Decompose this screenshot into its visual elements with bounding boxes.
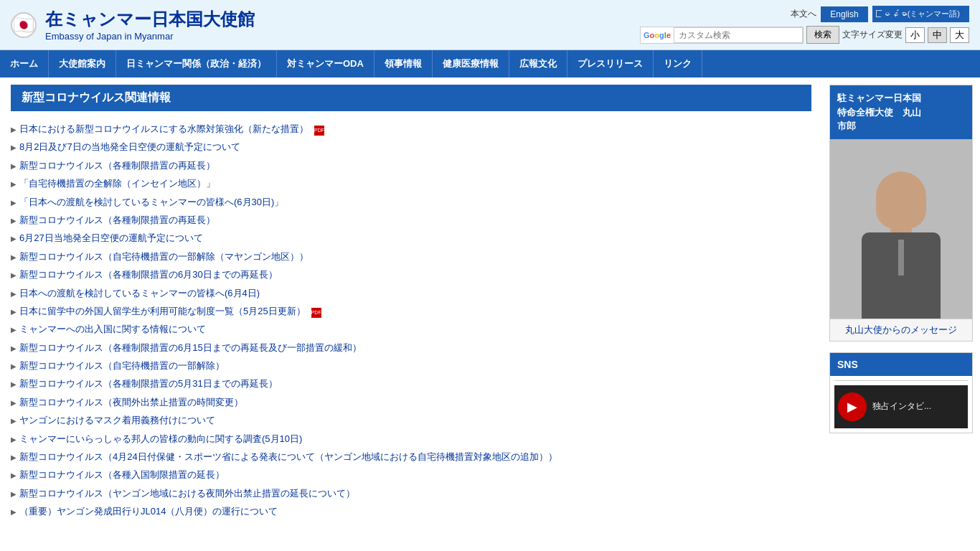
news-text: 新型コロナウイルス（4月24日付保健・スポーツ省による発表について（ヤンゴン地域… [19, 448, 557, 465]
news-text: 新型コロナウイルス（ヤンゴン地域における夜間外出禁止措置の延長について） [19, 485, 355, 501]
news-link[interactable]: 新型コロナウイルス（各種制限措置の再延長） [19, 157, 215, 174]
sns-section: SNS ▶ 独占インタビ... [829, 352, 973, 433]
search-fontsize-area: Google 検索 文字サイズ変更 小 中 大 [640, 26, 969, 44]
nav-bar: ホーム大使館案内日ミャンマー関係（政治・経済）対ミャンマーODA領事情報健康医療… [0, 50, 980, 77]
font-medium-button[interactable]: 中 [928, 27, 947, 43]
news-list: 日本における新型コロナウイルスにする水際対策強化（新たな措置）PDF8月2日及び… [11, 120, 811, 521]
news-text: ミャンマーにいらっしゃる邦人の皆様の動向に関する調査(5月10日) [19, 430, 302, 447]
news-text: 新型コロナウイルス（各種制限措置の6月15日までの再延長及び一部措置の緩和） [19, 339, 362, 356]
interview-text: 独占インタビ... [872, 400, 931, 413]
list-item: 日本への渡航を検討しているミャンマーの皆様へ(6月4日) [11, 284, 811, 302]
interview-icon: ▶ [838, 392, 867, 421]
search-input[interactable] [674, 27, 803, 43]
news-text: 新型コロナウイルス（各種制限措置の5月31日までの再延長） [19, 375, 278, 392]
honbun-label: 本文へ [791, 8, 816, 20]
news-link[interactable]: 6月27日当地発全日空便の運航予定について [19, 230, 203, 246]
interview-banner[interactable]: ▶ 独占インタビ... [834, 385, 968, 428]
top-bar: 🇯🇵 在ミャンマー日本国大使館 Embassy of Japan in Myan… [0, 0, 980, 50]
list-item: 「日本への渡航を検討しているミャンマーの皆様へ(6月30日)」 [11, 193, 811, 211]
list-item: 新型コロナウイルス（自宅待機措置の一部解除） [11, 357, 811, 375]
nav-item[interactable]: 大使館案内 [49, 50, 116, 77]
myanmar-button[interactable]: မြန်မာ(ミャンマー語) [872, 6, 969, 22]
content-area: 新型コロナウイルス関連情報 日本における新型コロナウイルスにする水際対策強化（新… [0, 77, 822, 528]
ambassador-link[interactable]: 丸山大使からのメッセージ [830, 319, 972, 341]
search-wrapper: Google [640, 27, 804, 44]
news-link[interactable]: 「日本への渡航を検討しているミャンマーの皆様へ(6月30日)」 [19, 194, 283, 210]
pdf-icon: PDF [314, 126, 324, 136]
font-size-label: 文字サイズ変更 [842, 29, 903, 41]
search-button[interactable]: 検索 [806, 26, 839, 44]
list-item: 新型コロナウイルス（自宅待機措置の一部解除（マヤンゴン地区）） [11, 248, 811, 265]
news-text: 新型コロナウイルス（各種入国制限措置の延長） [19, 466, 225, 483]
list-item: 新型コロナウイルス（夜間外出禁止措置の時間変更） [11, 393, 811, 411]
list-item: 新型コロナウイルス（4月24日付保健・スポーツ省による発表について（ヤンゴン地域… [11, 448, 811, 466]
nav-item[interactable]: 領事情報 [374, 50, 433, 77]
news-link[interactable]: 日本への渡航を検討しているミャンマーの皆様へ(6月4日) [19, 285, 260, 301]
font-size-area: 文字サイズ変更 小 中 大 [842, 27, 969, 43]
main-layout: 新型コロナウイルス関連情報 日本における新型コロナウイルスにする水際対策強化（新… [0, 77, 980, 528]
nav-item[interactable]: ホーム [0, 50, 49, 77]
nav-item[interactable]: 広報文化 [509, 50, 567, 77]
list-item: 新型コロナウイルス（ヤンゴン地域における夜間外出禁止措置の延長について） [11, 484, 811, 502]
sidebar: 駐ミャンマー日本国特命全権大使 丸山市郎 丸山大使からのメッセージ SNS [822, 77, 980, 528]
font-small-button[interactable]: 小 [905, 27, 925, 43]
news-text: 新型コロナウイルス（自宅待機措置の一部解除） [19, 357, 225, 374]
news-text: ヤンゴンにおけるマスク着用義務付けについて [19, 412, 215, 428]
site-title-jp: 在ミャンマー日本国大使館 [45, 8, 255, 31]
sns-content: ▶ 独占インタビ... [830, 376, 972, 433]
list-item: ミャンマーへの出入国に関する情報について [11, 320, 811, 338]
news-text: 新型コロナウイルス（自宅待機措置の一部解除（マヤンゴン地区）） [19, 248, 308, 265]
site-title-en: Embassy of Japan in Myanmar [45, 31, 255, 42]
list-item: 新型コロナウイルス（各種制限措置の6月30日までの再延長） [11, 265, 811, 283]
ambassador-title-text: 駐ミャンマー日本国特命全権大使 丸山市郎 [837, 93, 921, 131]
english-button[interactable]: English [821, 6, 867, 22]
flag-icon: 🇯🇵 [11, 12, 37, 38]
logo-area: 🇯🇵 在ミャンマー日本国大使館 Embassy of Japan in Myan… [11, 8, 255, 42]
list-item: 新型コロナウイルス（各種制限措置の再延長） [11, 156, 811, 174]
news-link[interactable]: 「自宅待機措置の全解除（インセイン地区）」 [19, 175, 215, 192]
news-text: ミャンマーへの出入国に関する情報について [19, 321, 206, 337]
nav-item[interactable]: リンク [654, 50, 702, 77]
news-text: 新型コロナウイルス（各種制限措置の再延長） [19, 212, 215, 228]
sns-header: SNS [830, 353, 972, 376]
news-link[interactable]: 日本における新型コロナウイルスにする水際対策強化（新たな措置） [19, 121, 308, 137]
google-logo: Google [641, 31, 674, 39]
list-item: 6月27日当地発全日空便の運航予定について [11, 229, 811, 247]
list-item: 新型コロナウイルス（各種入国制限措置の延長） [11, 466, 811, 484]
list-item: 新型コロナウイルス（各種制限措置の再延長） [11, 211, 811, 229]
ambassador-header: 駐ミャンマー日本国特命全権大使 丸山市郎 [830, 85, 972, 139]
lang-search-area: 本文へ English မြန်မာ(ミャンマー語) [791, 6, 969, 22]
news-link[interactable]: 8月2日及び7日の当地発全日空便の運航予定について [19, 138, 240, 155]
news-text: 新型コロナウイルス（各種制限措置の6月30日までの再延長） [19, 266, 278, 283]
pdf-icon: PDF [311, 308, 321, 318]
list-item: 新型コロナウイルス（各種制限措置の5月31日までの再延長） [11, 375, 811, 392]
font-large-button[interactable]: 大 [950, 27, 969, 43]
ambassador-section: 駐ミャンマー日本国特命全権大使 丸山市郎 丸山大使からのメッセージ [829, 85, 973, 342]
news-link[interactable]: 日本に留学中の外国人留学生が利用可能な制度一覧（5月25日更新） [19, 303, 306, 319]
list-item: ミャンマーにいらっしゃる邦人の皆様の動向に関する調査(5月10日) [11, 430, 811, 448]
nav-item[interactable]: プレスリリース [567, 50, 654, 77]
news-text: （重要）ヤンゴン発成田行りJL014（八月便）の運行について [19, 503, 278, 519]
section-title: 新型コロナウイルス関連情報 [11, 85, 811, 111]
ambassador-photo [830, 139, 972, 319]
list-item: （重要）ヤンゴン発成田行りJL014（八月便）の運行について [11, 502, 811, 520]
list-item: 日本に留学中の外国人留学生が利用可能な制度一覧（5月25日更新）PDF [11, 302, 811, 320]
top-right-controls: 本文へ English မြန်မာ(ミャンマー語) Google 検索 文字サ… [640, 6, 969, 44]
nav-item[interactable]: 日ミャンマー関係（政治・経済） [116, 50, 277, 77]
list-item: 日本における新型コロナウイルスにする水際対策強化（新たな措置）PDF [11, 120, 811, 138]
news-text: 新型コロナウイルス（夜間外出禁止措置の時間変更） [19, 394, 243, 410]
list-item: 「自宅待機措置の全解除（インセイン地区）」 [11, 174, 811, 192]
list-item: ヤンゴンにおけるマスク着用義務付けについて [11, 411, 811, 429]
list-item: 新型コロナウイルス（各種制限措置の6月15日までの再延長及び一部措置の緩和） [11, 339, 811, 357]
site-titles: 在ミャンマー日本国大使館 Embassy of Japan in Myanmar [45, 8, 255, 42]
list-item: 8月2日及び7日の当地発全日空便の運航予定について [11, 138, 811, 156]
nav-item[interactable]: 対ミャンマーODA [277, 50, 374, 77]
nav-item[interactable]: 健康医療情報 [433, 50, 509, 77]
